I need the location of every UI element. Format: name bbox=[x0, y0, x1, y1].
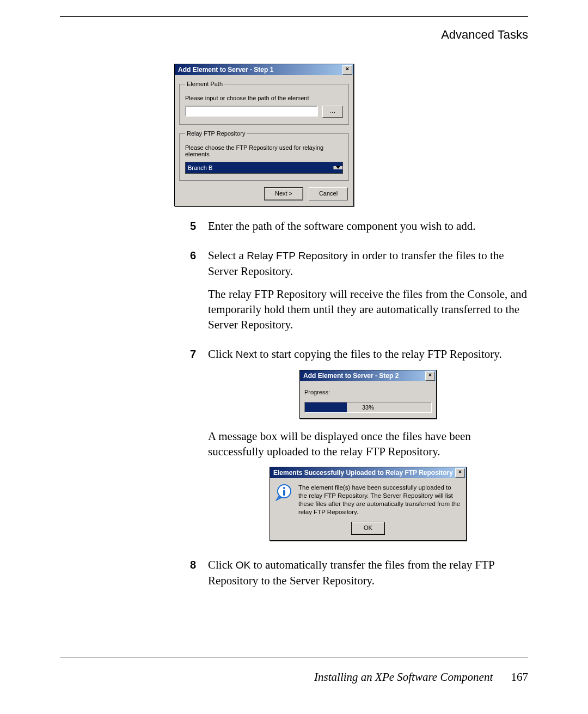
footer-section-title: Installing an XPe Software Component bbox=[314, 670, 493, 684]
dialog3-message: The element file(s) have been successful… bbox=[298, 484, 461, 516]
chevron-down-icon bbox=[333, 166, 342, 169]
dialog1-titlebar: Add Element to Server - Step 1 × bbox=[175, 64, 353, 75]
step-6-text-a: Select a bbox=[208, 249, 247, 262]
element-path-row: ... bbox=[185, 106, 343, 118]
element-path-input[interactable] bbox=[185, 106, 318, 117]
svg-marker-0 bbox=[336, 166, 340, 169]
step-6: 6 Select a Relay FTP Repository in order… bbox=[0, 248, 528, 340]
step-5-text: Enter the path of the software component… bbox=[208, 218, 528, 234]
page-header-title: Advanced Tasks bbox=[0, 28, 528, 42]
element-path-instruction: Please input or choose the path of the e… bbox=[185, 95, 343, 101]
after-step7-text: A message box will be displayed once the… bbox=[208, 429, 528, 459]
relay-ftp-selected: Branch B bbox=[186, 164, 333, 171]
progress-bar: 33% bbox=[304, 402, 432, 413]
ok-button-label: OK bbox=[364, 524, 372, 531]
dialog3-button-row: OK bbox=[270, 520, 466, 540]
dialog3-title: Elements Successfully Uploaded to Relay … bbox=[273, 465, 453, 480]
svg-rect-3 bbox=[283, 490, 285, 496]
step-7-text: Click Next to start copying the files to… bbox=[208, 346, 528, 362]
footer-page-number: 167 bbox=[511, 670, 529, 684]
close-icon[interactable]: × bbox=[342, 65, 352, 75]
info-icon bbox=[275, 484, 293, 501]
figure-dialog-step2: Add Element to Server - Step 2 × Progres… bbox=[208, 370, 528, 419]
step-6-number: 6 bbox=[0, 248, 208, 340]
page-content: Add Element to Server - Step 1 × Element… bbox=[0, 64, 528, 596]
figure-dialog-step1: Add Element to Server - Step 1 × Element… bbox=[0, 64, 528, 206]
step-7-text-a: Click bbox=[208, 347, 236, 361]
dialog1-body: Element Path Please input or choose the … bbox=[175, 75, 353, 206]
step-8-text: Click OK to automatically transfer the f… bbox=[208, 557, 528, 588]
group-relay-ftp: Relay FTP Repository Please choose the F… bbox=[179, 130, 349, 181]
dialog2-titlebar: Add Element to Server - Step 2 × bbox=[300, 370, 436, 381]
close-icon[interactable]: × bbox=[425, 371, 435, 381]
step-7-ui-label: Next bbox=[236, 349, 257, 360]
header-rule bbox=[60, 16, 528, 17]
step-6-text: Select a Relay FTP Repository in order t… bbox=[208, 248, 528, 279]
dialog2-body: Progress: 33% bbox=[300, 381, 436, 418]
dialog-add-element-step1: Add Element to Server - Step 1 × Element… bbox=[174, 64, 354, 206]
step-8: 8 Click OK to automatically transfer the… bbox=[0, 557, 528, 596]
step-5-number: 5 bbox=[0, 218, 208, 241]
group-element-path: Element Path Please input or choose the … bbox=[179, 81, 349, 125]
dialog1-button-row: Next > Cancel bbox=[179, 186, 349, 202]
group-element-path-legend: Element Path bbox=[185, 81, 224, 87]
progress-text: 33% bbox=[305, 402, 431, 412]
relay-instruction: Please choose the FTP Repository used fo… bbox=[185, 144, 343, 157]
dialog3-titlebar: Elements Successfully Uploaded to Relay … bbox=[270, 467, 466, 478]
figure-dialog-success: Elements Successfully Uploaded to Relay … bbox=[208, 467, 528, 541]
relay-ftp-select[interactable]: Branch B bbox=[185, 162, 343, 174]
cancel-button[interactable]: Cancel bbox=[309, 187, 348, 200]
dialog3-body: The element file(s) have been successful… bbox=[270, 478, 466, 520]
footer-rule bbox=[60, 657, 528, 657]
page-footer: Installing an XPe Software Component 167 bbox=[0, 670, 528, 684]
browse-button[interactable]: ... bbox=[322, 106, 343, 118]
step-5-body: Enter the path of the software component… bbox=[208, 218, 528, 241]
step-6-para2: The relay FTP Repository will receive th… bbox=[208, 286, 528, 332]
cancel-button-label: Cancel bbox=[319, 190, 338, 197]
step-8-text-a: Click bbox=[208, 558, 236, 571]
document-page: Advanced Tasks Add Element to Server - S… bbox=[0, 0, 588, 706]
close-icon[interactable]: × bbox=[455, 468, 465, 478]
step-7-number: 7 bbox=[0, 346, 208, 551]
step-7-text-b: to start copying the files to the relay … bbox=[257, 347, 502, 361]
svg-point-2 bbox=[283, 487, 285, 489]
step-8-body: Click OK to automatically transfer the f… bbox=[208, 557, 528, 596]
step-7-body: Click Next to start copying the files to… bbox=[208, 346, 528, 551]
step-8-text-b: to automatically transfer the files from… bbox=[208, 558, 494, 587]
group-relay-legend: Relay FTP Repository bbox=[185, 130, 247, 137]
ok-button[interactable]: OK bbox=[351, 522, 385, 535]
progress-label: Progress: bbox=[304, 385, 432, 400]
dialog2-title: Add Element to Server - Step 2 bbox=[303, 368, 399, 383]
step-5: 5 Enter the path of the software compone… bbox=[0, 218, 528, 241]
dialog-upload-success: Elements Successfully Uploaded to Relay … bbox=[270, 467, 467, 541]
dialog-add-element-step2: Add Element to Server - Step 2 × Progres… bbox=[299, 370, 437, 419]
next-button[interactable]: Next > bbox=[264, 187, 303, 200]
steps-list: 5 Enter the path of the software compone… bbox=[0, 218, 528, 596]
step-6-ui-label: Relay FTP Repository bbox=[247, 250, 348, 261]
step-8-number: 8 bbox=[0, 557, 208, 596]
next-button-label: Next > bbox=[275, 190, 292, 197]
step-8-ui-label: OK bbox=[236, 559, 250, 571]
step-6-body: Select a Relay FTP Repository in order t… bbox=[208, 248, 528, 340]
dialog1-title: Add Element to Server - Step 1 bbox=[178, 66, 273, 74]
step-7: 7 Click Next to start copying the files … bbox=[0, 346, 528, 551]
